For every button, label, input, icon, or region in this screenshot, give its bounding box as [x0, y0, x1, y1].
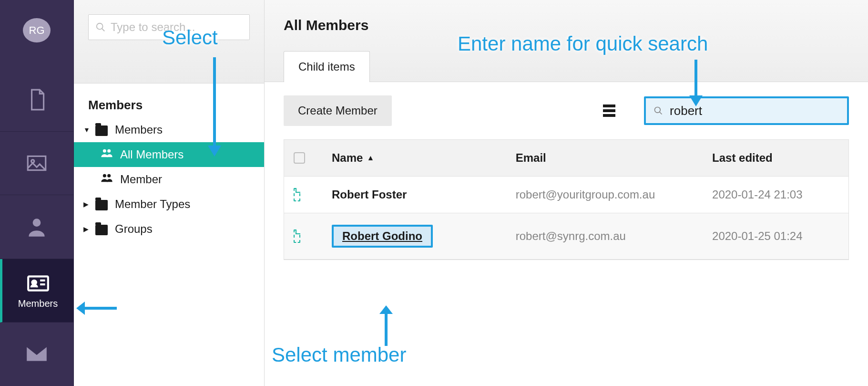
tree-node-all-members[interactable]: All Members	[74, 142, 264, 167]
tree-node-member-types[interactable]: ▶ Member Types	[74, 192, 264, 217]
tree-node-label: Member Types	[115, 198, 190, 211]
svg-point-7	[97, 23, 103, 30]
svg-point-2	[33, 219, 41, 227]
tree-panel: Type to search... Members ▼ Members All …	[74, 0, 265, 386]
rail-label-members: Members	[18, 298, 58, 309]
column-header-name[interactable]: Name▲	[322, 140, 506, 176]
tab-child-items[interactable]: Child items	[284, 51, 370, 82]
image-icon	[25, 151, 49, 175]
user-icon	[25, 215, 49, 239]
highlighted-member[interactable]: Robert Godino	[332, 225, 433, 248]
create-member-button[interactable]: Create Member	[284, 95, 392, 126]
tree-node-label: All Members	[120, 148, 184, 161]
cell-last-edited: 2020-01-24 21:03	[703, 177, 848, 213]
members-group-icon	[100, 148, 113, 161]
tree-search-placeholder: Type to search...	[111, 21, 195, 34]
tree-node-label: Groups	[115, 222, 153, 236]
list-view-icon[interactable]	[603, 104, 615, 117]
rail-item-members[interactable]: Members	[0, 259, 73, 323]
tree-node-groups[interactable]: ▶ Groups	[74, 217, 264, 241]
cell-name: Robert Godino	[322, 213, 506, 259]
search-icon	[95, 22, 106, 32]
tree-heading: Members	[74, 83, 264, 117]
id-card-icon	[26, 271, 50, 295]
member-search-box[interactable]	[644, 96, 849, 125]
mail-icon	[25, 342, 49, 366]
caret-right-icon: ▶	[83, 200, 92, 208]
table-header: Name▲ Email Last edited	[284, 140, 848, 177]
svg-point-12	[107, 174, 111, 177]
table-row[interactable]: Robert Godino robert@synrg.com.au 2020-0…	[284, 213, 848, 260]
svg-line-8	[102, 29, 105, 31]
members-table: Name▲ Email Last edited Robert Foster ro…	[284, 139, 849, 260]
search-icon	[654, 105, 663, 116]
cell-name: Robert Foster	[322, 177, 506, 213]
members-group-icon	[100, 173, 113, 186]
document-icon	[294, 230, 300, 243]
column-header-last-edited[interactable]: Last edited	[703, 140, 848, 176]
folder-icon	[95, 225, 108, 235]
sort-asc-icon: ▲	[367, 154, 374, 162]
cell-last-edited: 2020-01-25 01:24	[703, 213, 848, 259]
tree-node-label: Member	[120, 173, 162, 186]
tree-node-label: Members	[115, 123, 163, 136]
caret-right-icon: ▶	[83, 225, 92, 233]
page-title: All Members	[284, 17, 849, 33]
rail-item-users[interactable]	[0, 195, 73, 259]
avatar[interactable]: RG	[23, 18, 51, 42]
rail-item-media[interactable]	[0, 132, 73, 195]
member-search-input[interactable]	[670, 104, 839, 118]
svg-point-11	[103, 174, 106, 177]
svg-point-9	[103, 149, 106, 153]
caret-down-icon: ▼	[83, 126, 92, 134]
rail-item-mail[interactable]	[0, 323, 73, 386]
column-header-email[interactable]: Email	[506, 140, 703, 176]
tree-node-member[interactable]: Member	[74, 167, 264, 192]
tree-search-input[interactable]: Type to search...	[88, 14, 250, 40]
table-row[interactable]: Robert Foster robert@youritgroup.com.au …	[284, 177, 848, 213]
main-panel: All Members Child items Create Member Na…	[265, 0, 868, 386]
cell-email: robert@youritgroup.com.au	[506, 177, 703, 213]
icon-rail: RG Members	[0, 0, 74, 386]
document-icon	[25, 88, 49, 112]
tree-node-members[interactable]: ▼ Members	[74, 117, 264, 142]
folder-icon	[95, 125, 108, 136]
rail-item-content[interactable]	[0, 68, 73, 132]
document-icon	[294, 188, 300, 201]
folder-icon	[95, 200, 108, 210]
cell-email: robert@synrg.com.au	[506, 213, 703, 259]
svg-point-13	[655, 107, 661, 113]
svg-line-14	[660, 112, 662, 115]
select-all-checkbox[interactable]	[294, 152, 305, 164]
svg-point-10	[107, 149, 111, 153]
svg-point-4	[32, 281, 36, 284]
